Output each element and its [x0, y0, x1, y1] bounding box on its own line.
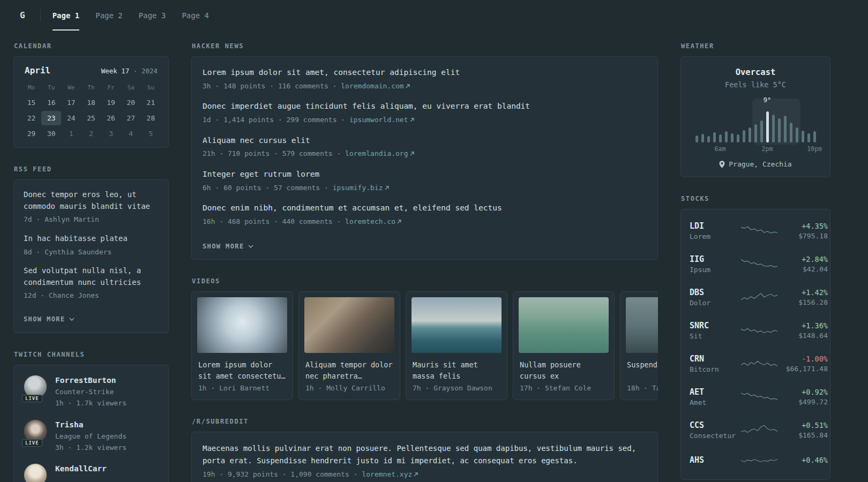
stock-sparkline	[740, 357, 779, 371]
hn-story-link[interactable]: Donec imperdiet augue tincidunt felis al…	[203, 101, 647, 112]
stock-ticker: LDI	[690, 221, 740, 231]
calendar-weekday: Mo	[21, 81, 41, 94]
calendar-day: 3	[101, 126, 121, 141]
calendar-day-selected: 23	[41, 111, 61, 125]
stock-row[interactable]: AET Amet +0.92% $499.72	[690, 380, 821, 413]
calendar-weekday: Su	[141, 81, 161, 94]
twitch-channel[interactable]: LIVE KendallCarr	[24, 463, 159, 482]
channel-name: KendallCarr	[55, 463, 107, 474]
hn-meta-text: 21h · 710 points · 579 comments ·	[203, 149, 345, 157]
video-title-link[interactable]: Mauris sit amet massa felis	[413, 359, 500, 381]
twitch-channel[interactable]: LIVE ForrestBurton Counter-Strike 1h · 1…	[24, 375, 159, 409]
tab-page-4[interactable]: Page 4	[182, 0, 209, 31]
videos-widget: VIDEOS Lorem ipsum dolor sit amet consec…	[191, 277, 658, 400]
stock-change: -1.00%	[779, 355, 828, 363]
left-column: CALENDAR April Week 17 · 2024 Mo Tu We T…	[13, 42, 169, 482]
stock-ticker: DBS	[690, 288, 740, 297]
hacker-news-card: Lorem ipsum dolor sit amet, consectetur …	[191, 56, 658, 260]
video-meta: 1h · Molly Carrillo	[305, 384, 393, 392]
hn-item: Aliquam nec cursus elit 21h · 710 points…	[203, 135, 647, 159]
stock-name: Sit	[690, 332, 740, 340]
hn-show-more-button[interactable]: SHOW MORE	[203, 243, 253, 250]
video-thumbnail[interactable]	[411, 297, 502, 353]
video-card: Mauris sit amet massa felis 7h · Grayson…	[406, 291, 507, 400]
twitch-channel[interactable]: LIVE Trisha League of Legends 3h · 1.2k …	[24, 419, 159, 453]
stock-row[interactable]: LDI Lorem +4.35% $795.18	[690, 214, 821, 247]
stock-row[interactable]: IIG Ipsum +2.84% $42.04	[690, 247, 821, 281]
video-title-link[interactable]: Suspendisse diam	[627, 359, 658, 381]
hn-story-link[interactable]: Integer eget rutrum lorem	[203, 169, 647, 180]
stock-sparkline	[740, 390, 779, 404]
widget-title-calendar: CALENDAR	[14, 42, 169, 50]
tab-page-1[interactable]: Page 1	[53, 0, 80, 31]
tab-page-2[interactable]: Page 2	[95, 0, 123, 31]
hacker-news-widget: HACKER NEWS Lorem ipsum dolor sit amet, …	[191, 42, 658, 260]
weather-feels-like: Feels like 5°C	[689, 80, 822, 89]
channel-meta: 1h · 1.7k viewers	[55, 398, 126, 408]
stocks-card: LDI Lorem +4.35% $795.18 IIG Ipsum	[680, 209, 830, 480]
rss-item-meta: 8d · Cynthia Saunders	[24, 247, 159, 258]
video-card: Aliquam tempor dolor nec pharetra… 1h · …	[298, 291, 400, 400]
subreddit-post-meta: 19h · 9,932 points · 1,090 comments · lo…	[203, 469, 647, 480]
video-thumbnail[interactable]	[626, 297, 658, 353]
widget-title-videos: VIDEOS	[192, 277, 658, 285]
channel-game: League of Legends	[55, 432, 126, 441]
stock-values: +0.46%	[779, 456, 828, 466]
subreddit-post-link[interactable]: Maecenas mollis pulvinar erat non posuer…	[203, 442, 647, 467]
hn-domain-link[interactable]: loremlandia.org	[345, 149, 414, 157]
hn-meta: 3h · 148 points · 116 comments · loremdo…	[203, 81, 647, 92]
hn-story-link[interactable]: Donec enim nibh, condimentum et accumsan…	[203, 202, 647, 214]
weather-location-text: Prague, Czechia	[729, 160, 791, 168]
channel-game: Counter-Strike	[55, 387, 126, 397]
twitch-card: LIVE ForrestBurton Counter-Strike 1h · 1…	[13, 365, 169, 482]
rss-widget: RSS FEED Donec tempor eros leo, ut commo…	[13, 165, 169, 333]
rss-item-link[interactable]: In hac habitasse platea	[24, 233, 159, 245]
video-card: Nullam posuere cursus ex 17h · Stefan Co…	[513, 291, 615, 400]
stocks-widget: STOCKS LDI Lorem +4.35% $795.18 IIG	[680, 195, 830, 480]
stock-change: +0.46%	[779, 456, 828, 464]
stock-row[interactable]: DBS Dolor +1.42% $156.28	[690, 281, 821, 314]
subreddit-card: Maecenas mollis pulvinar erat non posuer…	[191, 432, 658, 482]
rss-item-link[interactable]: Sed volutpat nulla nisl, a condimentum n…	[24, 265, 159, 288]
video-title-link[interactable]: Lorem ipsum dolor sit amet consectetu…	[198, 359, 286, 381]
show-more-label: SHOW MORE	[203, 243, 244, 250]
show-more-label: SHOW MORE	[24, 315, 65, 323]
hn-domain-link[interactable]: ipsumify.biz	[333, 184, 390, 192]
stock-row[interactable]: CCS Consectetur +0.51% $165.84	[690, 413, 821, 447]
peak-temperature-label: 9°	[764, 96, 771, 104]
hn-story-link[interactable]: Aliquam nec cursus elit	[203, 135, 647, 147]
rss-show-more-button[interactable]: SHOW MORE	[24, 315, 74, 323]
subreddit-meta-text: 19h · 9,932 points · 1,090 comments ·	[203, 470, 362, 478]
subreddit-domain-link[interactable]: loremnet.xyz	[362, 470, 418, 478]
hn-domain: ipsumworld.net	[349, 116, 408, 124]
weather-widget: WEATHER Overcast Feels like 5°C 9° 6am2p…	[680, 42, 830, 177]
calendar-day: 19	[101, 95, 121, 110]
hn-story-link[interactable]: Lorem ipsum dolor sit amet, consectetur …	[203, 67, 647, 79]
hn-domain-link[interactable]: ipsumworld.net	[349, 116, 415, 124]
stock-row[interactable]: CRN Bitcorn -1.00% $66,171.48	[690, 347, 821, 380]
twitch-avatar-wrap: LIVE	[24, 375, 47, 398]
stock-id: DBS Dolor	[690, 288, 740, 307]
calendar-widget: CALENDAR April Week 17 · 2024 Mo Tu We T…	[13, 42, 169, 148]
external-link-icon	[405, 84, 410, 89]
video-thumbnail[interactable]	[519, 297, 609, 353]
video-title-link[interactable]: Nullam posuere cursus ex	[520, 359, 608, 381]
stock-name: Amet	[690, 398, 740, 406]
tab-page-3[interactable]: Page 3	[139, 0, 166, 31]
stock-sparkline	[740, 224, 779, 238]
hn-meta: 6h · 60 points · 57 comments · ipsumify.…	[203, 183, 647, 193]
hn-domain-link[interactable]: loremtech.co	[345, 217, 402, 225]
stock-ticker: AHS	[690, 455, 740, 465]
video-thumbnail[interactable]	[197, 297, 287, 353]
stock-row[interactable]: SNRC Sit +1.36% $148.64	[690, 314, 821, 347]
video-thumbnail[interactable]	[304, 297, 394, 353]
weather-chart: 9° 6am2pm10pm	[693, 96, 818, 153]
rss-item-link[interactable]: Donec tempor eros leo, ut commodo mauris…	[24, 189, 159, 212]
topbar-divider	[40, 9, 41, 21]
video-meta: 17h · Stefan Cole	[520, 384, 608, 392]
stock-id: LDI Lorem	[690, 221, 740, 240]
stock-row[interactable]: AHS +0.46%	[690, 447, 821, 475]
hn-domain-link[interactable]: loremdomain.com	[341, 82, 410, 90]
video-title-link[interactable]: Aliquam tempor dolor nec pharetra…	[305, 359, 393, 381]
widget-title-hacker-news: HACKER NEWS	[192, 42, 658, 50]
